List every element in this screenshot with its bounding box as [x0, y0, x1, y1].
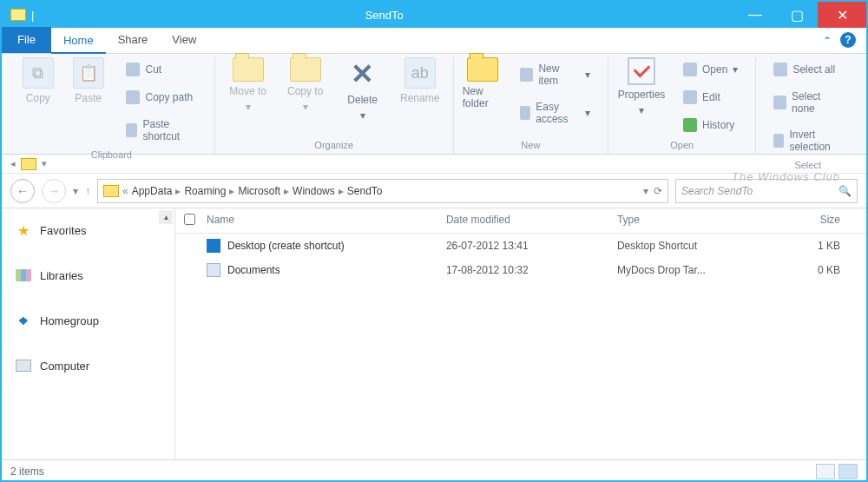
- select-all-button[interactable]: Select all: [765, 57, 851, 82]
- move-to-icon: [233, 57, 264, 82]
- crumb[interactable]: Roaming: [184, 185, 226, 197]
- up-button[interactable]: ↑: [85, 185, 90, 197]
- crumb[interactable]: Windows: [293, 185, 335, 197]
- open-button[interactable]: Open ▾: [674, 57, 746, 82]
- copy-icon: ⧉: [23, 57, 54, 89]
- back-button[interactable]: ←: [10, 179, 35, 203]
- easy-access-button[interactable]: Easy access ▾: [511, 96, 599, 130]
- group-select-label: Select: [794, 158, 821, 174]
- forward-button[interactable]: →: [42, 179, 66, 203]
- qat-chevron-icon[interactable]: ◂: [10, 158, 16, 169]
- nav-row: ← → ▾ ↑ « AppData▸ Roaming▸ Microsoft▸ W…: [2, 174, 866, 208]
- crumb[interactable]: AppData: [132, 185, 173, 197]
- column-headers: Name Date modified Type Size: [175, 208, 866, 234]
- help-button[interactable]: ?: [840, 32, 856, 48]
- view-details-button[interactable]: [816, 464, 835, 479]
- ribbon-collapse-icon[interactable]: ⌃: [823, 35, 832, 47]
- move-to-button[interactable]: Move to▾: [224, 57, 273, 113]
- chevron-down-icon: ▾: [246, 101, 251, 113]
- paste-shortcut-button[interactable]: Paste shortcut: [117, 113, 205, 148]
- tab-view[interactable]: View: [160, 27, 208, 53]
- delete-button[interactable]: ✕ Delete▾: [339, 57, 387, 122]
- group-clipboard: ⧉ Copy 📋 Paste Cut Copy path Paste short…: [9, 57, 215, 154]
- qat-folder-icon[interactable]: [21, 158, 36, 170]
- status-text: 2 items: [10, 465, 44, 478]
- col-size[interactable]: Size: [788, 214, 858, 228]
- view-large-icons-button[interactable]: [838, 464, 858, 479]
- sidebar-computer[interactable]: Computer: [2, 351, 174, 380]
- open-icon: [683, 63, 697, 76]
- ribbon: ⧉ Copy 📋 Paste Cut Copy path Paste short…: [2, 54, 866, 155]
- search-placeholder: Search SendTo: [681, 185, 753, 197]
- chevron-down-icon: ▾: [585, 107, 590, 119]
- new-folder-button[interactable]: New folder: [463, 57, 503, 109]
- group-new: New folder New item ▾ Easy access ▾ New: [454, 57, 608, 154]
- col-name[interactable]: Name: [207, 214, 446, 228]
- star-icon: ★: [16, 222, 31, 238]
- crumb[interactable]: Microsoft: [238, 185, 280, 197]
- tab-share[interactable]: Share: [106, 27, 161, 53]
- homegroup-icon: ❖: [16, 313, 31, 328]
- history-button[interactable]: History: [674, 113, 746, 137]
- file-list: Name Date modified Type Size Desktop (cr…: [175, 208, 866, 459]
- select-all-checkbox[interactable]: [184, 214, 195, 225]
- paste-label: Paste: [75, 92, 102, 104]
- copy-path-icon: [126, 90, 140, 104]
- list-item[interactable]: Documents 17-08-2012 10:32 MyDocs Drop T…: [175, 258, 866, 282]
- select-all-icon: [773, 63, 787, 76]
- close-button[interactable]: ✕: [818, 2, 866, 28]
- new-item-button[interactable]: New item ▾: [511, 57, 599, 92]
- sidebar-scroll-up-icon[interactable]: ▴: [159, 210, 173, 224]
- sidebar-libraries[interactable]: Libraries: [2, 261, 174, 290]
- cut-button[interactable]: Cut: [117, 57, 205, 82]
- chevron-down-icon: ▾: [303, 101, 308, 113]
- chevron-down-icon: ▾: [639, 104, 644, 116]
- libraries-icon: [16, 269, 31, 281]
- paste-icon: 📋: [73, 57, 104, 89]
- recent-locations-icon[interactable]: ▾: [73, 185, 78, 197]
- tab-file[interactable]: File: [2, 27, 51, 53]
- address-bar[interactable]: « AppData▸ Roaming▸ Microsoft▸ Windows▸ …: [97, 179, 668, 203]
- col-type[interactable]: Type: [617, 214, 788, 228]
- refresh-icon[interactable]: ⟳: [654, 185, 662, 197]
- documents-icon: [207, 263, 220, 277]
- group-open: Properties▾ Open ▾ Edit History Open: [608, 57, 756, 154]
- list-item[interactable]: Desktop (create shortcut) 26-07-2012 13:…: [175, 234, 866, 258]
- group-open-label: Open: [670, 138, 694, 154]
- paste-button[interactable]: 📋 Paste: [68, 57, 109, 104]
- new-item-icon: [520, 68, 533, 82]
- chevron-down-icon: ▾: [360, 109, 365, 122]
- tab-home[interactable]: Home: [51, 28, 106, 54]
- group-clipboard-label: Clipboard: [91, 148, 132, 163]
- group-new-label: New: [521, 138, 540, 154]
- group-select: Select all Select none Invert selection …: [756, 57, 859, 154]
- properties-button[interactable]: Properties▾: [617, 57, 666, 116]
- copy-to-button[interactable]: Copy to▾: [281, 57, 330, 113]
- col-date[interactable]: Date modified: [446, 214, 617, 228]
- maximize-button[interactable]: ▢: [776, 2, 818, 28]
- search-box[interactable]: Search SendTo 🔍: [675, 179, 858, 203]
- rename-icon: ab: [404, 57, 436, 89]
- status-bar: 2 items: [2, 459, 866, 482]
- invert-selection-icon: [773, 134, 784, 148]
- edit-button[interactable]: Edit: [674, 85, 746, 109]
- invert-selection-button[interactable]: Invert selection: [765, 123, 851, 158]
- address-dropdown-icon[interactable]: ▾: [643, 185, 648, 197]
- cut-icon: [126, 63, 140, 76]
- computer-icon: [16, 360, 31, 372]
- window-title: SendTo: [34, 9, 734, 22]
- minimize-button[interactable]: —: [734, 2, 776, 28]
- copy-path-button[interactable]: Copy path: [117, 85, 205, 109]
- sidebar-favorites[interactable]: ★ Favorites: [2, 215, 174, 245]
- history-icon: [683, 118, 697, 132]
- copy-button[interactable]: ⧉ Copy: [17, 57, 59, 104]
- delete-icon: ✕: [351, 57, 374, 90]
- sidebar-homegroup[interactable]: ❖ Homegroup: [2, 306, 174, 335]
- select-none-button[interactable]: Select none: [765, 85, 851, 120]
- desktop-shortcut-icon: [207, 239, 220, 253]
- rename-button[interactable]: ab Rename: [396, 57, 444, 104]
- crumb[interactable]: SendTo: [347, 185, 383, 197]
- copy-label: Copy: [26, 92, 50, 104]
- qat-overflow-icon[interactable]: ▾: [42, 158, 47, 169]
- address-folder-icon: [103, 185, 119, 197]
